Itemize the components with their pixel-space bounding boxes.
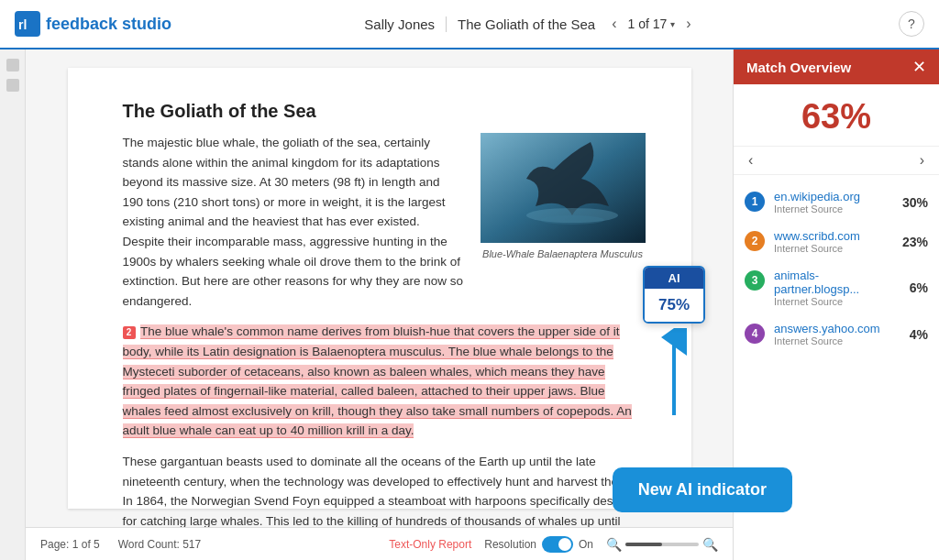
page-indicator: 1 of 17 ▾: [628, 16, 676, 31]
page-count: Page: 1 of 5: [40, 538, 100, 551]
source-item: 4 answers.yahoo.com Internet Source 4%: [734, 314, 939, 354]
source-item: 3 animals-partner.blogsp... Internet Sou…: [734, 261, 939, 314]
prev-button[interactable]: ‹: [606, 14, 622, 34]
doc-container: The Goliath of the Sea: [26, 49, 733, 527]
source-name[interactable]: animals-partner.blogsp...: [774, 269, 900, 296]
toggle-knob: [558, 538, 571, 551]
source-item: 1 en.wikipedia.org Internet Source 30%: [734, 182, 939, 222]
img-caption: Blue-Whale Balaenaptera Musculus: [481, 247, 646, 263]
doc-body: Blue-Whale Balaenaptera Musculus The maj…: [123, 133, 646, 527]
arrow-up-icon: [658, 328, 690, 420]
source-info: en.wikipedia.org Internet Source: [774, 190, 893, 214]
source-type: Internet Source: [774, 296, 900, 307]
source-name[interactable]: answers.yahoo.com: [774, 322, 900, 335]
source-type: Internet Source: [774, 335, 900, 346]
source-info: www.scribd.com Internet Source: [774, 229, 893, 254]
whale-svg: [481, 133, 646, 243]
source-type: Internet Source: [774, 243, 893, 254]
logo-icon: rl: [15, 11, 40, 37]
ai-indicator-header: AI: [645, 268, 703, 289]
main-content: The Goliath of the Sea: [0, 49, 939, 560]
marker-2: 2: [123, 326, 136, 339]
match-prev-button[interactable]: ‹: [743, 150, 758, 170]
zoom-slider-fill: [625, 543, 662, 546]
match-percentage: 63%: [734, 84, 939, 146]
match-next-button[interactable]: ›: [914, 150, 930, 170]
source-number: 2: [745, 231, 765, 251]
source-pct: 4%: [910, 327, 928, 342]
close-button[interactable]: ✕: [912, 59, 926, 75]
svg-text:rl: rl: [18, 17, 27, 32]
status-left: Page: 1 of 5 Word Count: 517: [40, 538, 201, 551]
match-overview-header: Match Overview ✕: [734, 49, 939, 84]
next-button[interactable]: ›: [680, 14, 696, 34]
source-name[interactable]: www.scribd.com: [774, 229, 893, 243]
source-pct: 30%: [902, 195, 928, 210]
zoom-out-button[interactable]: 🔍: [606, 537, 622, 552]
logo-area: rl feedback studio: [15, 11, 171, 37]
ai-callout: New AI indicator: [613, 467, 792, 512]
ai-callout-text: New AI indicator: [638, 480, 767, 499]
source-pct: 6%: [910, 280, 928, 295]
resolution-switch[interactable]: [542, 536, 573, 553]
on-label: On: [579, 538, 593, 551]
match-pct-value: 63%: [801, 97, 871, 136]
doc-heading: The Goliath of the Sea: [123, 101, 646, 122]
zoom-controls: 🔍 🔍: [606, 537, 718, 552]
match-overview-title: Match Overview: [746, 60, 851, 75]
source-pct: 23%: [902, 235, 928, 249]
svg-point-4: [540, 215, 604, 225]
student-name: Sally Jones: [364, 16, 435, 32]
source-number: 4: [745, 324, 765, 344]
header: rl feedback studio Sally Jones The Golia…: [0, 0, 939, 49]
paragraph-3: These gargantuan beasts used to dominate…: [123, 452, 646, 527]
document-title: The Goliath of the Sea: [446, 16, 595, 32]
zoom-in-button[interactable]: 🔍: [702, 537, 718, 552]
status-bar: Page: 1 of 5 Word Count: 517 Text-Only R…: [26, 527, 733, 560]
source-number: 1: [745, 192, 765, 212]
ai-indicator-box: AI 75%: [643, 266, 705, 324]
header-center: Sally Jones The Goliath of the Sea ‹ 1 o…: [171, 14, 889, 34]
highlighted-text: The blue whale's common name derives fro…: [123, 324, 632, 438]
resolution-toggle: Resolution On: [484, 536, 593, 553]
help-button[interactable]: ?: [899, 11, 924, 37]
paragraph-2: 2 The blue whale's common name derives f…: [123, 322, 646, 441]
source-item: 2 www.scribd.com Internet Source 23%: [734, 222, 939, 261]
word-count: Word Count: 517: [118, 538, 202, 551]
chevron-down-icon: ▾: [670, 19, 675, 29]
sidebar-marker: [6, 79, 19, 92]
source-number: 3: [745, 270, 765, 291]
status-right: Text-Only Report Resolution On 🔍 🔍: [389, 536, 718, 553]
source-info: answers.yahoo.com Internet Source: [774, 322, 900, 346]
ai-indicator-value: 75%: [645, 289, 703, 322]
app-title: feedback studio: [46, 15, 171, 34]
source-info: animals-partner.blogsp... Internet Sourc…: [774, 269, 900, 307]
text-only-report-link[interactable]: Text-Only Report: [389, 538, 471, 551]
source-type: Internet Source: [774, 203, 893, 214]
match-nav: ‹ ›: [734, 146, 939, 175]
doc-page: The Goliath of the Sea: [68, 68, 691, 509]
resolution-label: Resolution: [484, 538, 536, 551]
nav-area: ‹ 1 of 17 ▾ ›: [606, 14, 696, 34]
whale-image-container: Blue-Whale Balaenaptera Musculus: [481, 133, 646, 263]
sidebar-marker: [6, 59, 19, 71]
zoom-slider[interactable]: [625, 543, 699, 546]
whale-image: [481, 133, 646, 243]
left-sidebar: [0, 49, 26, 560]
source-name[interactable]: en.wikipedia.org: [774, 190, 893, 203]
